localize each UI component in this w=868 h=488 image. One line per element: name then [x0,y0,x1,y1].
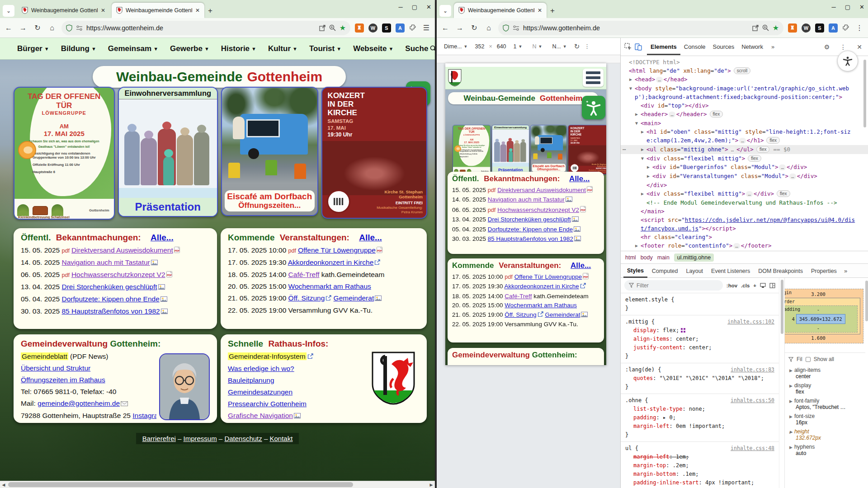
dom-tree-line[interactable]: </div> [621,181,868,189]
forward-button[interactable]: → [455,24,465,32]
padding-bottom-value[interactable]: - [784,325,855,331]
list-tabs-chevron-icon[interactable]: ⌄ [439,5,451,17]
show-all-checkbox[interactable] [806,357,811,362]
text-link[interactable]: Gemeinderat [334,294,374,302]
back-button[interactable]: ← [4,24,14,32]
margin-top-value[interactable]: 3.200 [784,291,860,298]
css-rule[interactable]: inhalte.css:50.ohne {list-style-type: no… [621,394,779,442]
nav-item-webseite[interactable]: Webseite▼ [353,44,393,53]
back-button[interactable]: ← [440,24,450,32]
menu-kebab-icon[interactable]: ⋮ [854,23,864,32]
url-bar[interactable]: https://www.gottenheim.de ★ [498,21,783,35]
text-link[interactable]: Drei Storchenküken geschlüpft [62,283,157,291]
styles-filter-input[interactable]: Filter [624,280,723,291]
text-link[interactable]: Gemeinderat-Infosystem [228,352,307,360]
devtools-tab-network[interactable]: Network [738,39,767,55]
dom-tree-line[interactable]: ▶<div class="flexibel mittig">…</div>fle… [621,189,868,198]
dom-tree-line[interactable]: ▶<head>…</head> [621,75,868,84]
extension-lighthouse-icon[interactable]: ♜ [355,23,364,33]
new-tab-button[interactable]: + [550,6,555,15]
minimize-button[interactable]: ─ [399,4,403,10]
css-rule[interactable]: inhalte.css:102.mittig {display: flex;al… [621,315,779,363]
text-link[interactable]: Café-Treff [288,271,320,278]
hov-toggle[interactable]: :hov [726,283,737,288]
breadcrumb-ul.mittig.ohne[interactable]: ul.mittig.ohne [674,253,714,262]
text-link[interactable]: Bauleitplanung [228,376,274,384]
tab-close-icon[interactable]: ✕ [195,7,200,14]
computed-property[interactable]: ▶displayflex [785,381,865,396]
scroll-left-arrow-icon[interactable]: ◀ [0,483,7,487]
scrollbar-thumb[interactable] [8,482,353,487]
banner-konzert[interactable]: KONZERT IN DER KIRCHE SAMSTAG 17. MAI 19… [568,125,606,175]
box-model-diagram[interactable]: margin 3.200 border padding - 4 345.609×… [784,289,863,343]
extension-w-icon[interactable]: W [802,23,811,33]
extensions-puzzle-icon[interactable] [842,24,850,32]
maximize-button[interactable]: ▢ [845,4,850,10]
css-source-link[interactable]: inhalte.css:50 [731,396,774,405]
sidebar-tab-event-listeners[interactable]: Event Listeners [708,264,754,277]
dom-tree-line[interactable]: ▶<h1 id="oben" class="mittig" style="lin… [621,127,868,145]
forward-button[interactable]: → [18,24,28,32]
close-button[interactable]: ✕ [426,4,431,10]
banner-eiscafe[interactable]: Eiscafé am Dorfbach Öffnungszeiten... [221,87,318,216]
dom-tree-line[interactable]: <!DOCTYPE html> [621,58,868,66]
cls-toggle[interactable]: .cls [741,283,750,288]
sidebar-tab-computed[interactable]: Computed [648,264,682,277]
collapse-arrow-icon[interactable]: ▼ [641,154,644,163]
device-height-input[interactable]: 640 [497,43,506,50]
banner-loewengruppe[interactable]: TAG DER OFFENEN TÜR LÖWENGRUPPE AM 17. M… [453,125,491,175]
dom-tree-line[interactable]: ▼<div class="flexibel mittig">flex [621,154,868,163]
dom-tree-line[interactable]: <div id="top"></div> [621,101,868,110]
scroll-badge[interactable]: scroll [734,67,750,74]
devtools-tab-console[interactable]: Console [680,39,709,55]
flex-badge[interactable]: flex [756,146,770,153]
banner-konzert[interactable]: KONZERT IN DER KIRCHE SAMSTAG 17. MAI 19… [321,87,427,219]
browser-tab-1[interactable]: Weinbaugemeinde Gottenheim ✕ [17,3,110,18]
more-sidebar-tabs-icon[interactable]: » [841,267,850,274]
more-tabs-icon[interactable]: » [769,43,777,50]
flex-badge[interactable]: flex [710,111,723,117]
computed-property[interactable]: ▶font-familyAptos, "Trebuchet … [785,396,865,412]
breadcrumb-main[interactable]: main [657,254,670,261]
css-rule[interactable]: inhalte.css:48ul {margin-left: 1em;margi… [621,442,779,488]
extensions-puzzle-icon[interactable] [409,24,417,32]
extension-s-icon[interactable]: S [815,23,824,33]
text-link[interactable]: Navigation auch mit Tastatur [62,258,150,266]
extension-translate-icon[interactable]: A [829,23,838,33]
bookmark-star-icon[interactable]: ★ [340,23,346,32]
dom-tree-line[interactable]: ⋯▶<ul class="mittig ohne">…</ul>flex== $… [621,145,868,154]
nav-item-kultur[interactable]: Kultur▼ [268,44,297,53]
styles-scrollbar[interactable] [779,278,784,488]
banner-eiscafe[interactable]: Eiscafé am Dorfbach Öffnungszeiten... [530,125,566,174]
new-tab-button[interactable]: + [208,6,212,15]
all-announcements-link[interactable]: Alle... [151,233,174,242]
sidebar-tab-layout[interactable]: Layout [683,264,707,277]
dom-tree-line[interactable]: <script src="https://cdn.jsdelivr.net/np… [621,216,868,233]
dom-tree-line[interactable]: ▼<main> [621,119,868,127]
open-in-new-icon[interactable] [752,25,759,31]
css-source-link[interactable]: inhalte.css:83 [731,366,774,374]
open-in-new-icon[interactable] [319,25,326,31]
text-link[interactable]: Offene Tür Löwengruppe [298,246,376,254]
site-logo-coat-of-arms[interactable] [448,69,462,87]
text-link[interactable]: Grafische Navigation [228,412,293,419]
dom-tree-line[interactable]: ▶<div id="Veranstaltungen" class="Modul"… [621,172,868,181]
footer-link-kontakt[interactable]: Kontakt [269,435,292,442]
shield-icon[interactable] [503,24,509,32]
css-rule[interactable]: inhalte.css:83:lang(de) {quotes: "\201E"… [621,363,779,394]
flex-badge[interactable]: flex [777,190,790,197]
breadcrumb-html[interactable]: html [625,254,636,261]
banner-einwohnerversammlung[interactable]: Einwohnerversammlung Präsentation [118,87,218,217]
dom-scrollbar[interactable] [863,59,867,249]
flex-editor-icon[interactable] [681,328,686,333]
device-dpr-select[interactable]: N ▼ [529,42,545,51]
expand-arrow-icon[interactable]: ▶ [641,189,644,198]
sidebar-tab-properties[interactable]: Properties [807,264,840,277]
expand-arrow-icon[interactable]: ▶ [641,145,644,154]
sidebar-tab-styles[interactable]: Styles [623,264,647,278]
rotate-device-icon[interactable]: ↻ [574,42,580,51]
device-zoom-select[interactable]: 1 ▼ [511,42,525,51]
close-button[interactable]: ✕ [859,4,864,10]
text-link[interactable]: Gemeindeblatt [21,352,68,360]
browser-tab-2-active[interactable]: Weinbaugemeinde Gottenheim ✕ [112,3,204,18]
